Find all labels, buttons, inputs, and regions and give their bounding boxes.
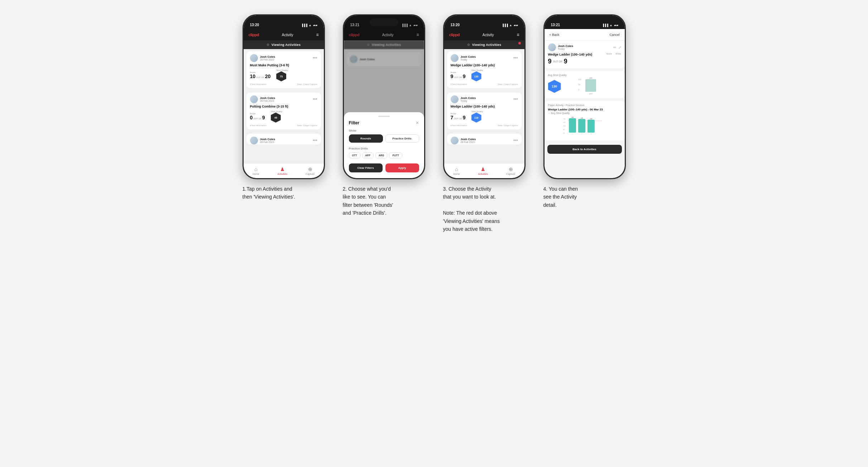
activity-card-3-1[interactable]: Josh Coles Today ••• Wedge Ladder (100–1… [447,51,522,88]
avg-quality-section: Avg Shot Quality 130 100 50 0 [545,71,625,98]
activity-card-1-1[interactable]: Josh Coles 28 Feb 2023 ••• Must Make Put… [246,51,321,88]
card-user-3-2: Josh Coles Today [451,95,476,103]
clear-filters-btn[interactable]: Clear Filters [349,163,383,172]
username-3-3: Josh Coles [461,138,476,141]
svg-text:120: 120 [563,121,566,123]
practice-drills-label: Practice Drills [349,147,419,150]
more-icon-3-2[interactable]: ••• [513,97,518,101]
nav-title-1: Activity [282,33,293,37]
card-stats-2: Score 0 OUT OF 9 Shot Quality 45 [250,110,317,123]
status-icons-4: ▐▐▐ ▲ ▰▰ [602,24,618,27]
avatar-3-1 [451,54,459,62]
detail-score-group: Score [606,53,612,55]
cancel-button[interactable]: Cancel [609,33,619,37]
filter-title: Filter [349,120,359,125]
detail-content: Josh Coles Today ✏ ⤢ [545,40,625,178]
nav-activities-3[interactable]: ♟ Activities [478,166,488,175]
filter-actions: Clear Filters Apply [349,163,419,172]
username-2: Josh Coles [260,96,275,100]
activity-card-3-2[interactable]: Josh Coles Today ••• Wedge Ladder (100–1… [447,92,522,129]
sq-label: Shot Quality [276,69,288,71]
activity-card-1-3[interactable]: Josh Coles 28 Feb 2023 ••• [246,134,321,144]
viewing-activities-banner-3[interactable]: ⚙ Viewing Activities [444,40,524,49]
back-to-activities-btn[interactable]: Back to Activities [547,145,622,154]
card-footer-3-2: ℹ Test Information Data: Clippd Capture [451,124,518,127]
capture-icon-1: ⊕ [308,166,312,172]
expand-icon[interactable]: ⤢ [618,46,621,49]
svg-rect-3 [585,79,596,92]
activity-card-1-2[interactable]: Josh Coles 28 Feb 2023 ••• Putting Combi… [246,92,321,129]
sq-group-3-1: Shot Quality 130 [471,69,483,81]
phone-column-2: 13:21 ▐▐▐ ▲ ▰▰ clippd Activity ≡ ⚙ [339,14,429,217]
more-icon-3[interactable]: ••• [313,138,317,143]
screen-content-2: ⚙ Viewing Activities Josh Coles [344,40,424,178]
filter-modal-overlay: Filter ✕ Show Rounds Practice Drills Pra… [344,40,424,178]
detail-username: Josh Coles [558,44,574,48]
apply-btn[interactable]: Apply [385,163,419,172]
shots-value: 20 [265,73,271,79]
card-title-2: Putting Combine (3-15 ft) [250,105,317,108]
card-stats-3-2: Score 7 OUT OF 9 Shot Quality 11 [451,110,518,123]
status-icons-1: ▐▐▐ ▲ ▰▰ [301,24,317,27]
nav-home-3[interactable]: ⌂ Home [453,166,460,175]
card-user: Josh Coles 28 Feb 2023 [250,54,275,62]
rounds-filter-btn[interactable]: Rounds [349,134,383,143]
viewing-activities-banner-1[interactable]: ⚙ Viewing Activities [244,40,324,49]
phone-4-screen: 13:21 ▐▐▐ ▲ ▰▰ < Back Cancel [545,15,625,178]
data-source-3-1: Data: Clippd Capture [498,83,518,85]
nav-home-1[interactable]: ⌂ Home [253,166,259,175]
drill-tag-putt[interactable]: PUTT [389,152,402,158]
drill-tag-app[interactable]: APP [362,152,374,158]
status-time-1: 13:20 [250,23,259,27]
drill-tags-row: OTT APP ARG PUTT [349,152,419,158]
phone-column-3: 13:20 ▐▐▐ ▲ ▰▰ clippd Activity ≡ ⚙ Viewi… [440,14,529,233]
edit-icon[interactable]: ✏ [613,46,616,49]
back-button[interactable]: < Back [550,33,560,37]
activity-card-3-3[interactable]: Josh Coles 28 Feb 2023 ••• [447,134,522,144]
nav-title-3: Activity [483,33,494,37]
detail-user-card: Josh Coles Today ✏ ⤢ [545,40,625,68]
more-icon-3-1[interactable]: ••• [513,56,518,60]
detail-user-row: Josh Coles Today [548,43,574,51]
menu-icon-1[interactable]: ≡ [316,32,318,37]
username: Josh Coles [260,55,275,58]
card-header-3-2: Josh Coles Today ••• [451,95,518,103]
more-icon[interactable]: ••• [313,56,317,60]
card-title-3-2: Wedge Ladder (100–140 yds) [451,105,518,108]
svg-text:124: 124 [590,118,592,120]
score-value-3-1: 9 [451,73,454,79]
activities-label-3: Activities [478,173,488,175]
activities-icon-3: ♟ [481,166,485,172]
user-info-2: Josh Coles 28 Feb 2023 [260,96,275,102]
phone-column-4: 13:21 ▐▐▐ ▲ ▰▰ < Back Cancel [540,14,629,209]
detail-nav: < Back Cancel [545,29,625,40]
status-icons-3: ▐▐▐ ▲ ▰▰ [502,24,518,27]
svg-text:0: 0 [578,89,579,91]
menu-icon-3[interactable]: ≡ [517,32,519,37]
phone-3-screen: 13:20 ▐▐▐ ▲ ▰▰ clippd Activity ≡ ⚙ Viewi… [444,15,524,178]
capture-icon-3: ⊕ [509,166,513,172]
nav-capture-3[interactable]: ⊕ Capture [506,166,515,175]
phone-3: 13:20 ▐▐▐ ▲ ▰▰ clippd Activity ≡ ⚙ Viewi… [443,14,526,179]
caption-2: 2. Choose what you'd like to see. You ca… [343,185,425,217]
score-group-3-2: Score 7 OUT OF 9 [451,113,466,120]
drill-tag-arg[interactable]: ARG [375,152,388,158]
test-info-3-2: ℹ Test Information [451,124,467,127]
svg-text:140: 140 [563,118,566,120]
nav-bar-1: clippd Activity ≡ [244,29,324,40]
screen-content-3: ⚙ Viewing Activities Josh Coles [444,40,524,163]
clippd-logo-3: clippd [449,33,460,37]
nav-capture-1[interactable]: ⊕ Capture [306,166,315,175]
card-footer: ℹ Test Information Data: Clippd Capture [250,83,317,85]
filter-toggle-row: Rounds Practice Drills [349,134,419,143]
drill-tag-ott[interactable]: OTT [349,152,360,158]
more-icon-3-3[interactable]: ••• [513,138,518,143]
nav-activities-1[interactable]: ♟ Activities [278,166,288,175]
close-icon[interactable]: ✕ [416,120,419,125]
card-title-3-1: Wedge Ladder (100–140 yds) [451,63,518,67]
shots-value-3-1: 9 [463,73,466,79]
card-date: 28 Feb 2023 [260,58,275,61]
more-icon-2[interactable]: ••• [313,97,317,101]
wifi-icon: ▲ [309,24,312,27]
practice-drills-filter-btn[interactable]: Practice Drills [385,134,419,143]
